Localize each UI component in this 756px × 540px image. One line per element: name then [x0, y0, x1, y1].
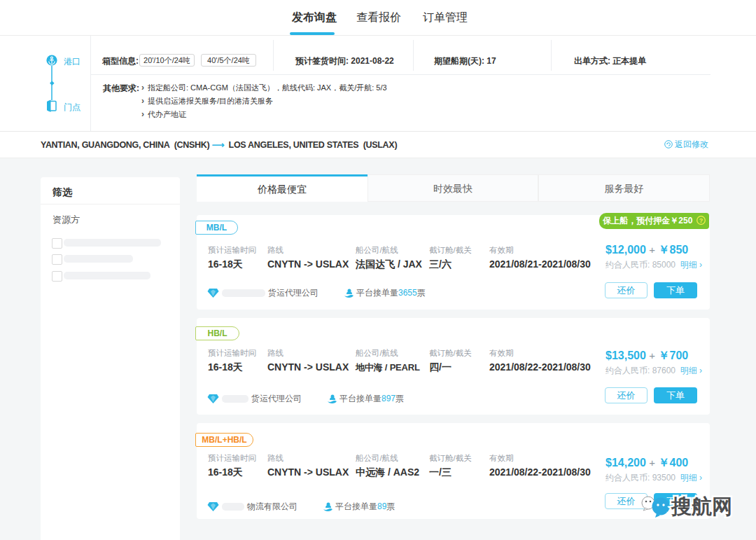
svg-text:搜航网: 搜航网 — [671, 495, 732, 518]
svg-text:?: ? — [699, 217, 703, 224]
